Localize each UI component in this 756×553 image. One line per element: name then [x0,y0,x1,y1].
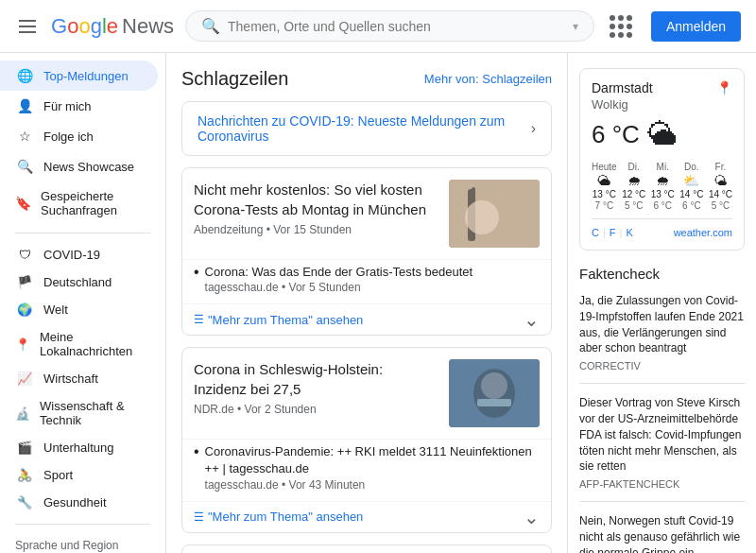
sidebar-item-label: Für mich [43,99,92,113]
sidebar-item-lokalnachrichten[interactable]: 📍 Meine Lokalnachrichten [0,323,158,365]
list-icon: ☰ [194,510,204,524]
sidebar-item-label: Unterhaltung [43,441,113,455]
news-card-title[interactable]: Corona in Schleswig-Holstein: Inzidenz b… [194,359,438,399]
news-sub-title[interactable]: Corona: Was das Ende der Gratis-Tests be… [205,264,473,281]
forecast-low: 5 °C [625,200,644,211]
news-card-source: Abendzeitung • Vor 15 Stunden [194,223,438,236]
news-sub-title[interactable]: Coronavirus-Pandemie: ++ RKI meldet 3111… [205,443,540,477]
forecast-high: 13 °C [593,189,616,199]
sidebar-item-label: Wirtschaft [43,372,98,386]
more-link[interactable]: Mehr von: Schlagzeilen [424,72,552,86]
forecast-label: Fr. [715,162,727,172]
sidebar-item-covid19[interactable]: 🛡 COVID-19 [0,241,158,268]
language-region-label: Sprache und Region [15,536,150,553]
forecast-icon: 🌥 [597,173,610,188]
weather-condition: Wolkig [592,97,732,112]
sidebar-item-label: News Showcase [43,160,134,174]
faktencheck-text[interactable]: Nein, Norwegen stuft Covid-19 nicht als … [579,513,745,553]
forecast-high: 12 °C [622,189,645,199]
forecast-high: 13 °C [651,189,675,199]
forecast-high: 14 °C [679,189,703,199]
news-card-image [449,359,540,427]
faktencheck-text[interactable]: Ja, die Zulassungen von Covid-19-Impfsto… [579,293,745,356]
shield-icon: 🛡 [15,248,34,262]
signin-button[interactable]: Anmelden [651,11,741,42]
forecast-icon: ⛅ [683,173,699,188]
sidebar-item-wissenschaft[interactable]: 🔬 Wissenschaft & Technik [0,392,158,434]
faktencheck-item-0: Ja, die Zulassungen von Covid-19-Impfsto… [579,293,745,384]
sidebar-item-label: Gespeicherte Suchanfragen [41,189,143,217]
forecast-low: 7 °C [595,200,614,211]
news-sub-source: tagesschau.de • Vor 43 Minuten [205,478,540,492]
news-sub-source: tagesschau.de • Vor 5 Stunden [205,281,473,294]
sidebar-item-deutschland[interactable]: 🏴 Deutschland [0,268,158,296]
news-card-2: Bundestagswahl: SPD, Grüne und FDP start… [181,544,552,553]
faktencheck-source: AFP-Faktencheck [579,478,745,490]
sidebar-item-sport[interactable]: 🚴 Sport [0,461,158,489]
forecast-label: Di. [628,162,640,172]
star-icon: ☆ [15,129,34,144]
mehr-link-0[interactable]: ☰ "Mehr zum Thema" ansehen [194,313,363,327]
sidebar-item-label: Deutschland [43,275,112,289]
faktencheck-item-1: Dieser Vortrag von Steve Kirsch vor der … [579,395,745,502]
list-icon: ☰ [194,313,204,326]
search-icon: 🔍 [201,17,220,35]
location-icon: 📍 [15,337,30,352]
svg-point-7 [481,372,507,399]
sidebar-item-unterhaltung[interactable]: 🎬 Unterhaltung [0,434,158,461]
forecast-fr: Fr. 🌤 14 °C 5 °C [709,162,732,211]
weather-city: Darmstadt [592,80,653,95]
faktencheck-text[interactable]: Dieser Vortrag von Steve Kirsch vor der … [579,395,745,475]
forecast-icon: 🌧 [627,173,641,188]
scale-f[interactable]: F [610,227,616,238]
svg-rect-6 [477,399,511,406]
search-bar[interactable]: 🔍 ▾ [185,10,594,42]
sidebar-item-welt[interactable]: 🌍 Welt [0,296,158,323]
svg-rect-2 [472,187,475,197]
world-icon: 🌍 [15,302,34,317]
sidebar-item-wirtschaft[interactable]: 📈 Wirtschaft [0,365,158,392]
sidebar-item-label: Gesundheit [43,495,107,510]
search-input[interactable] [228,19,565,34]
menu-button[interactable] [15,16,40,37]
header-right: Anmelden [606,11,741,42]
weather-main-icon: 🌥 [647,117,678,152]
faktencheck-item-2: Nein, Norwegen stuft Covid-19 nicht als … [579,513,745,553]
sidebar-item-fuer-mich[interactable]: 👤 Für mich [0,91,158,121]
forecast-low: 6 °C [682,200,701,211]
forecast-di: Di. 🌧 12 °C 5 °C [622,162,645,211]
bullet-icon: • [194,444,199,459]
sidebar-item-gesundheit[interactable]: 🔧 Gesundheit [0,489,158,516]
person-icon: 👤 [15,98,34,113]
sidebar-item-label: Top-Meldungen [43,69,129,83]
sidebar-item-top-meldungen[interactable]: 🌐 Top-Meldungen [0,60,158,91]
section-header: Schlagzeilen Mehr von: Schlagzeilen [181,68,552,90]
news-card-source: NDR.de • Vor 2 Stunden [194,403,438,416]
mehr-link-1[interactable]: ☰ "Mehr zum Thema" ansehen [194,510,363,524]
weather-link[interactable]: weather.com [674,227,732,238]
sidebar-item-label: Meine Lokalnachrichten [40,330,143,358]
svg-point-3 [465,200,499,234]
sidebar-item-news-showcase[interactable]: 🔍 News Showcase [0,151,158,181]
top-story-card[interactable]: Nachrichten zu COVID-19: Neueste Meldung… [181,101,552,156]
top-story-link: Nachrichten zu COVID-19: Neueste Meldung… [198,113,524,144]
showcase-icon: 🔍 [15,159,34,174]
scale-k[interactable]: K [626,227,632,238]
apps-grid-icon[interactable] [606,11,636,42]
scale-c[interactable]: C [592,227,599,238]
forecast-high: 14 °C [709,189,732,199]
expand-icon[interactable]: ⌄ [524,310,540,329]
expand-icon[interactable]: ⌄ [524,508,540,527]
sidebar-item-gespeicherte[interactable]: 🔖 Gespeicherte Suchanfragen [0,181,158,225]
flag-icon: 🏴 [15,275,34,289]
weather-temp: 6 °C [592,120,640,149]
logo: Google News [51,14,174,39]
location-pin-icon[interactable]: 📍 [716,80,732,95]
main-content: Schlagzeilen Mehr von: Schlagzeilen Nach… [166,53,567,553]
forecast-heute: Heute 🌥 13 °C 7 °C [592,162,617,211]
forecast-label: Do. [684,162,699,172]
health-icon: 🔧 [15,495,34,510]
news-card-title[interactable]: Nicht mehr kostenlos: So viel kosten Cor… [194,180,438,219]
sport-icon: 🚴 [15,468,34,482]
sidebar-item-folge-ich[interactable]: ☆ Folge ich [0,121,158,151]
